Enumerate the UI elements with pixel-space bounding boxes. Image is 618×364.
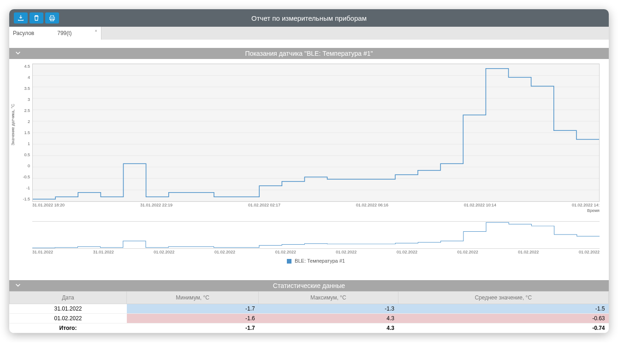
tabstrip: Расулов 799(t) × — [9, 27, 609, 40]
table-header: Минимум, °C — [127, 292, 259, 304]
legend-label: BLE: Температура #1 — [295, 258, 345, 264]
overview-chart[interactable] — [32, 221, 600, 249]
section-sensor-readings: Показания датчика "BLE: Температура #1" — [9, 48, 609, 59]
y-axis-label: Значение датчика, °C — [11, 104, 15, 146]
tab-badge: 799(t) — [57, 30, 71, 36]
delete-button[interactable] — [30, 12, 43, 23]
tab-rasulov[interactable]: Расулов 799(t) × — [9, 27, 101, 40]
x-ticks-overview: 31.01.202231.01.202201.02.202201.02.2022… — [32, 250, 600, 254]
tab-close-icon[interactable]: × — [95, 29, 97, 33]
x-ticks: 31.01.2022 18:2031.01.2022 22:1901.02.20… — [32, 203, 600, 207]
print-icon — [49, 15, 55, 21]
topbar: Отчет по измерительным приборам — [9, 9, 609, 27]
table-header: Среднее значение, °C — [398, 292, 608, 304]
app-title: Отчет по измерительным приборам — [9, 14, 609, 22]
chevron-down-icon[interactable] — [15, 282, 21, 290]
x-axis-label: Время — [32, 208, 600, 213]
table-header-row: ДатаМинимум, °CМаксимум, °CСреднее значе… — [10, 292, 609, 304]
toolbar — [14, 12, 59, 23]
tab-name: Расулов — [13, 30, 34, 36]
section-statistics: Статистические данные — [9, 280, 609, 291]
y-ticks: 4.543.532.521.510.50-0.5-1-1.5 — [16, 64, 30, 201]
trash-icon — [33, 15, 40, 21]
table-header: Максимум, °C — [259, 292, 398, 304]
legend-swatch — [287, 259, 291, 264]
section-title-label: Статистические данные — [273, 282, 345, 289]
download-button[interactable] — [14, 12, 28, 23]
overview-line — [32, 222, 600, 248]
table-total-row: Итого:-1.74.3-0.74 — [10, 323, 609, 333]
app-window: Отчет по измерительным приборам Расулов … — [9, 9, 609, 333]
chart-line — [33, 64, 599, 201]
table-row: 01.02.2022-1.64.3-0.63 — [10, 314, 609, 323]
download-icon — [18, 15, 24, 21]
legend: BLE: Температура #1 — [32, 254, 600, 267]
main-chart[interactable]: 4.543.532.521.510.50-0.5-1-1.5 — [32, 64, 600, 202]
chart-area: Значение датчика, °C 4.543.532.521.510.5… — [9, 59, 609, 269]
print-button[interactable] — [45, 12, 59, 23]
section-title-label: Показания датчика "BLE: Температура #1" — [245, 50, 373, 57]
table-header: Дата — [10, 292, 127, 304]
stats-table: ДатаМинимум, °CМаксимум, °CСреднее значе… — [9, 291, 609, 333]
table-row: 31.01.2022-1.7-1.3-1.5 — [10, 304, 609, 314]
chevron-down-icon[interactable] — [15, 50, 21, 58]
